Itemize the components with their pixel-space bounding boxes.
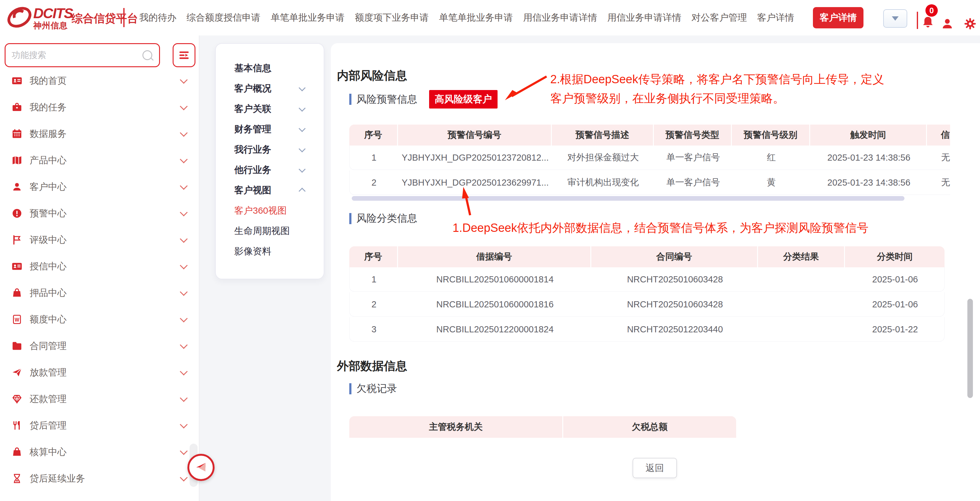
hourglass-icon [12,473,22,484]
menu-toggle-button[interactable] [173,43,196,67]
tab-corp-customer-mgmt[interactable]: 对公客户管理 [692,11,747,24]
tab-overflow-dropdown[interactable] [883,9,907,28]
sidebar-item-data-service[interactable]: 数据服务 [0,121,199,147]
magnifier-icon [142,50,152,60]
calendar-icon [12,129,22,139]
chevron-down-icon [180,235,188,243]
tab-quota-apply[interactable]: 额度项下业务申请 [355,11,429,24]
internal-risk-title: 内部风险信息 [337,68,407,84]
sidebar-item-accounting-center[interactable]: 核算中心 [0,439,199,465]
sidebar-item-postloan-mgmt[interactable]: 贷后管理 [0,412,199,439]
submenu-customer-view[interactable]: 客户视图 [216,180,324,200]
sidebar-item-rating-center[interactable]: 评级中心 [0,227,199,253]
column-header: 信 [927,124,950,146]
page-scrollbar[interactable] [967,299,973,398]
submenu-other-bank-business[interactable]: 他行业务 [216,160,324,180]
send-icon [12,367,22,378]
chevron-down-icon [180,261,188,269]
column-header: 序号 [349,247,398,267]
sidebar-item-credit-center[interactable]: 授信中心 [0,253,199,280]
bell-icon[interactable] [921,15,935,30]
sidebar-item-tasks[interactable]: 我的任务 [0,94,199,121]
cell: NRCHT2025010603428 [592,292,758,317]
tab-customer-detail-active[interactable]: 客户详情 [813,7,864,29]
horizontal-scrollbar[interactable] [352,196,904,201]
top-nav: 我的待办 综合额度授信申请 单笔单批业务申请 额度项下业务申请 单笔单批业务申请… [139,0,864,35]
search-input[interactable] [6,50,142,60]
submenu-label: 客户概况 [234,82,271,95]
tab-single-batch-2[interactable]: 单笔单批业务申请 [439,11,513,24]
table-row[interactable]: 3 NRCBILL2025012200001824 NRCHT202501220… [349,317,945,342]
submenu-customer-overview[interactable]: 客户概况 [216,78,324,99]
sidebar-item-label: 押品中心 [30,287,67,299]
table-row[interactable]: 2 YJBHYJXH_DGP20250123629971... 审计机构出现变化… [349,170,950,195]
cell: 2025-01-23 14:38:56 [810,146,927,170]
submenu-lifecycle-view[interactable]: 生命周期视图 [216,221,324,241]
cell: 审计机构出现变化 [552,170,654,194]
table-header-row: 序号 借据编号 合同编号 分类结果 分类时间 [349,247,945,267]
submenu-customer-relations[interactable]: 客户关联 [216,99,324,119]
alert-icon [12,208,22,219]
cell: 对外担保金额过大 [552,146,654,170]
cell: 1 [350,267,398,291]
sidebar-item-contract-mgmt[interactable]: 合同管理 [0,332,199,359]
indent-arrow-icon [178,49,190,61]
sidebar-item-collateral-center[interactable]: 押品中心 [0,280,199,306]
chevron-down-icon [299,84,306,91]
sidebar-item-label: 数据服务 [30,128,67,140]
table-row[interactable]: 1 YJBHYJXH_DGP20250123720812... 对外担保金额过大… [349,146,950,170]
chevron-down-icon [180,182,188,189]
section-bar [349,383,352,394]
sidebar-item-repayment-mgmt[interactable]: 还款管理 [0,386,199,412]
sidebar-item-disbursement-mgmt[interactable]: 放款管理 [0,359,199,386]
annotation-note-2-line1: 2.根据DeepSeek传导策略，将客户名下预警信号向上传导，定义 [550,70,884,89]
cell: YJBHYJXH_DGP20250123720812... [398,146,552,170]
sidebar-collapse-button[interactable] [188,454,215,481]
tab-single-batch-1[interactable]: 单笔单批业务申请 [270,11,345,24]
sidebar-item-home[interactable]: 我的首页 [0,67,199,94]
cell: 无 [927,170,950,194]
gear-icon[interactable] [964,17,977,30]
tab-loan-detail-2[interactable]: 用信业务申请详情 [607,11,681,24]
chevron-down-icon [180,288,188,296]
submenu-image-files[interactable]: 影像资料 [216,241,324,261]
risk-warning-table: 序号 预警信号编号 预警信号描述 预警信号类型 预警信号级别 触发时间 信 1 … [349,124,950,196]
tab-customer-detail[interactable]: 客户详情 [757,11,794,24]
sidebar-item-customer-center[interactable]: 客户中心 [0,173,199,200]
annotation-arrow-1 [460,186,474,217]
table-row[interactable]: 1 NRCBILL2025010600001814 NRCHT202501060… [349,267,945,292]
submenu-our-bank-business[interactable]: 我行业务 [216,139,324,160]
risk-warning-subheader: 风险预警信息 高风险级客户 [349,90,498,108]
sidebar-item-postloan-continuation[interactable]: 贷后延续业务 [0,465,199,492]
column-header: 预警信号级别 [732,124,810,146]
dcits-logo-icon [6,4,33,30]
sidebar-item-label: 预警中心 [30,207,67,220]
product-title: 综合信贷平台 [72,11,138,26]
cell: NRCHT2025012203440 [592,317,758,341]
submenu-customer-360-view[interactable]: 客户360视图 [216,200,324,221]
tab-my-todo[interactable]: 我的待办 [139,11,177,24]
chevron-down-icon [180,447,188,455]
cell: 红 [732,146,810,170]
cell: NRCHT2025010603428 [592,267,758,291]
column-header: 预警信号编号 [398,124,552,146]
user-icon[interactable] [941,17,954,31]
tab-loan-detail-1[interactable]: 用信业务申请详情 [523,11,597,24]
sidebar-item-quota-center[interactable]: 额度中心 [0,306,199,332]
sidebar-item-label: 还款管理 [30,393,67,406]
back-button[interactable]: 返回 [633,458,677,478]
chevron-up-icon [299,188,306,195]
brand-subname: 神州信息 [33,22,73,30]
submenu-finance-mgmt[interactable]: 财务管理 [216,119,324,139]
column-header: 分类时间 [845,247,945,267]
chevron-down-icon [180,76,188,84]
sidebar-item-product-center[interactable]: 产品中心 [0,147,199,173]
table-row[interactable]: 2 NRCBILL2025010600001816 NRCHT202501060… [349,292,945,317]
cell: NRCBILL2025012200001824 [398,317,592,341]
tab-credit-apply[interactable]: 综合额度授信申请 [186,11,261,24]
submenu-basic-info[interactable]: 基本信息 [216,58,324,78]
external-data-title: 外部数据信息 [337,358,407,374]
sidebar-item-warning-center[interactable]: 预警中心 [0,200,199,227]
cell: YJBHYJXH_DGP20250123629971... [398,170,552,194]
sidebar-item-label: 核算中心 [30,446,67,458]
